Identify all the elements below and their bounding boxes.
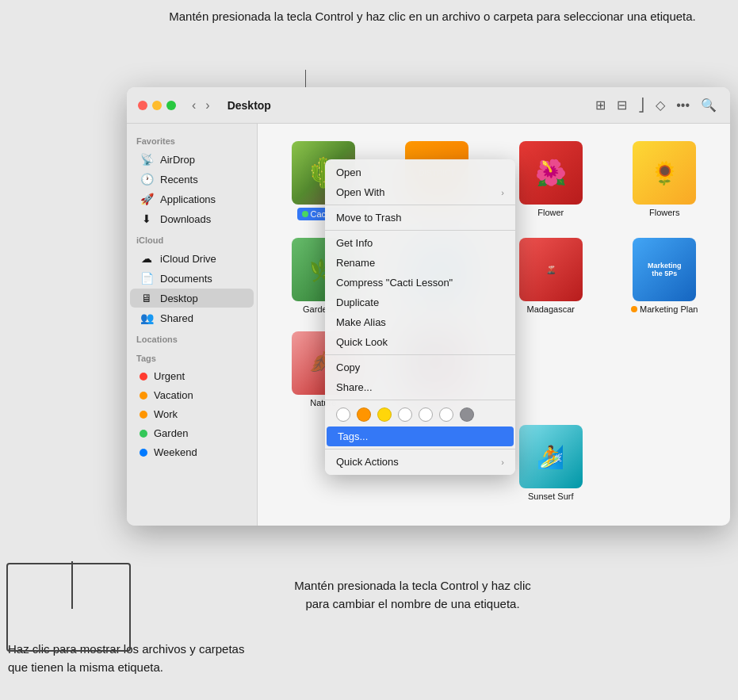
ctx-make-alias-label: Make Alias [336, 316, 386, 328]
airdrop-icon: 📡 [140, 153, 154, 166]
ctx-color-empty[interactable] [336, 407, 350, 422]
sidebar-label-garden: Garden [154, 427, 188, 439]
callout-line-top [305, 70, 306, 87]
sidebar-item-desktop[interactable]: 🖥 Desktop [130, 289, 254, 308]
ctx-move-trash[interactable]: Move to Trash [325, 208, 515, 228]
ctx-sep-4 [325, 400, 515, 400]
forward-button[interactable]: › [202, 97, 212, 114]
ctx-color-yellow[interactable] [377, 407, 392, 422]
sidebar-section-locations: Locations [127, 328, 257, 347]
sidebar-item-weekend[interactable]: Weekend [130, 443, 254, 461]
ctx-open-with[interactable]: Open With › [325, 182, 515, 202]
sidebar-item-applications[interactable]: 🚀 Applications [130, 189, 254, 208]
more-icon[interactable]: ••• [674, 96, 692, 115]
ctx-open[interactable]: Open [325, 163, 515, 182]
ctx-rename[interactable]: Rename [325, 253, 515, 273]
file-grid: Open Open With › Move to Trash Get Info … [258, 124, 730, 526]
sidebar-item-work[interactable]: Work [130, 405, 254, 423]
sidebar-label-work: Work [154, 408, 178, 420]
ctx-color-empty2[interactable] [398, 407, 412, 422]
sidebar-item-airdrop[interactable]: 📡 AirDrop [130, 150, 254, 169]
sidebar-item-downloads[interactable]: ⬇ Downloads [130, 209, 254, 228]
file-thumb-marketing: Marketingthe 5Ps [633, 238, 696, 301]
title-bar: ‹ › Desktop ⊞ ⊟ ⎦ ◇ ••• 🔍 [127, 87, 730, 124]
sidebar-item-vacation[interactable]: Vacation [130, 386, 254, 404]
marketing-dot [631, 306, 637, 312]
shared-icon: 👥 [140, 312, 154, 324]
garden-dot [140, 430, 147, 438]
sidebar-label-airdrop: AirDrop [160, 154, 195, 166]
ctx-rename-label: Rename [336, 257, 375, 269]
vacation-dot [140, 392, 147, 400]
sidebar-section-icloud: iCloud [127, 229, 257, 248]
ctx-sep-1 [325, 205, 515, 205]
tag-icon[interactable]: ◇ [653, 95, 667, 115]
ctx-quick-actions-arrow: › [501, 457, 504, 467]
weekend-dot [140, 449, 147, 457]
ctx-copy-label: Copy [336, 361, 360, 373]
sidebar-label-documents: Documents [160, 273, 212, 285]
ctx-share[interactable]: Share... [325, 377, 515, 397]
ctx-tags[interactable]: Tags... [327, 427, 514, 446]
downloads-icon: ⬇ [140, 212, 154, 225]
file-item-flowers[interactable]: 🌻 Flowers [612, 136, 718, 225]
ctx-compress[interactable]: Compress "Cacti Lesson" [325, 273, 515, 293]
file-thumb-sunset: 🏄 [519, 425, 583, 488]
sidebar-item-documents[interactable]: 📄 Documents [130, 269, 254, 288]
file-name-madagascar: Madagascar [526, 304, 575, 314]
ctx-quick-look-label: Quick Look [336, 336, 388, 348]
search-icon[interactable]: 🔍 [698, 95, 719, 115]
file-name-marketing: Marketing Plan [631, 304, 698, 314]
ctx-color-empty4[interactable] [439, 407, 453, 422]
ctx-move-trash-label: Move to Trash [336, 212, 401, 224]
applications-icon: 🚀 [140, 193, 154, 205]
ctx-color-gray[interactable] [460, 407, 474, 422]
close-button[interactable] [138, 101, 147, 110]
ctx-quick-look[interactable]: Quick Look [325, 332, 515, 352]
minimize-button[interactable] [152, 101, 162, 110]
file-name-sunset: Sunset Surf [528, 492, 573, 501]
work-dot [140, 411, 147, 419]
ctx-duplicate[interactable]: Duplicate [325, 293, 515, 312]
ctx-sep-2 [325, 230, 515, 231]
ctx-sep-3 [325, 354, 515, 355]
ctx-copy[interactable]: Copy [325, 358, 515, 377]
file-thumb-flower: 🌺 [519, 141, 583, 205]
ctx-get-info-label: Get Info [336, 237, 373, 249]
ctx-duplicate-label: Duplicate [336, 296, 379, 308]
ctx-quick-actions[interactable]: Quick Actions › [325, 452, 515, 472]
ctx-open-with-arrow: › [501, 188, 504, 197]
ctx-color-empty3[interactable] [419, 407, 433, 422]
view-options-icon[interactable]: ⊟ [614, 95, 629, 115]
documents-icon: 📄 [140, 272, 154, 285]
sidebar-item-shared[interactable]: 👥 Shared [130, 308, 254, 327]
ctx-color-orange[interactable] [357, 407, 371, 422]
sidebar-item-recents[interactable]: 🕐 Recents [130, 170, 254, 189]
sidebar-section-favorites: Favorites [127, 130, 257, 149]
sidebar-item-garden[interactable]: Garden [130, 424, 254, 442]
annotation-bottom-right: Mantén presionada la tecla Control y haz… [103, 577, 722, 613]
file-item-marketing[interactable]: Marketingthe 5Ps Marketing Plan [612, 233, 718, 319]
ctx-get-info[interactable]: Get Info [325, 233, 515, 253]
view-grid-icon[interactable]: ⊞ [593, 95, 608, 115]
sidebar: Favorites 📡 AirDrop 🕐 Recents 🚀 Applicat… [127, 124, 258, 526]
ctx-make-alias[interactable]: Make Alias [325, 312, 515, 332]
sidebar-item-urgent[interactable]: Urgent [130, 367, 254, 385]
traffic-lights [138, 101, 176, 110]
sidebar-label-recents: Recents [160, 174, 198, 186]
back-button[interactable]: ‹ [189, 97, 199, 114]
maximize-button[interactable] [166, 101, 176, 110]
share-icon[interactable]: ⎦ [636, 95, 647, 115]
urgent-dot [140, 373, 147, 381]
sidebar-label-desktop: Desktop [160, 293, 198, 304]
finder-window: ‹ › Desktop ⊞ ⊟ ⎦ ◇ ••• 🔍 Favorites 📡 Ai… [127, 87, 730, 526]
icloud-drive-icon: ☁ [140, 252, 154, 265]
file-thumb-flowers: 🌻 [633, 141, 696, 205]
sidebar-label-shared: Shared [160, 312, 193, 324]
sidebar-label-urgent: Urgent [154, 370, 185, 382]
sidebar-label-weekend: Weekend [154, 446, 197, 458]
sidebar-item-icloud-drive[interactable]: ☁ iCloud Drive [130, 249, 254, 268]
ctx-share-label: Share... [336, 381, 373, 393]
ctx-compress-label: Compress "Cacti Lesson" [336, 277, 453, 289]
bracket-sidebar [6, 563, 131, 652]
